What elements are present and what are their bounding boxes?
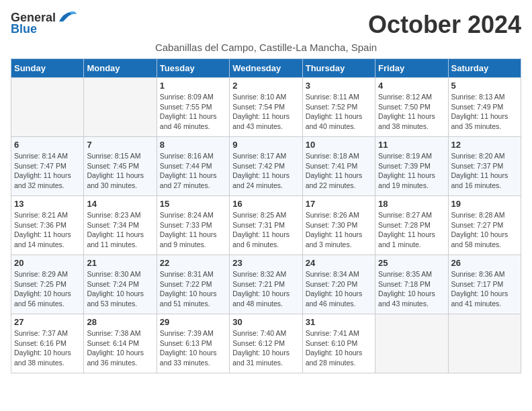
day-number: 6	[14, 140, 81, 150]
calendar-cell: 2Sunrise: 8:10 AMSunset: 7:54 PMDaylight…	[230, 78, 302, 137]
calendar-week-row: 6Sunrise: 8:14 AMSunset: 7:47 PMDaylight…	[11, 137, 521, 196]
calendar-cell: 6Sunrise: 8:14 AMSunset: 7:47 PMDaylight…	[11, 137, 84, 196]
calendar-cell	[84, 78, 157, 137]
day-number: 21	[87, 258, 153, 268]
calendar-cell: 25Sunrise: 8:35 AMSunset: 7:18 PMDayligh…	[375, 255, 448, 314]
calendar-cell: 4Sunrise: 8:12 AMSunset: 7:50 PMDaylight…	[375, 78, 448, 137]
calendar-cell: 11Sunrise: 8:19 AMSunset: 7:39 PMDayligh…	[375, 137, 448, 196]
day-detail: Sunrise: 7:41 AMSunset: 6:10 PMDaylight:…	[306, 328, 372, 368]
day-detail: Sunrise: 8:12 AMSunset: 7:50 PMDaylight:…	[378, 92, 445, 132]
calendar-cell: 14Sunrise: 8:23 AMSunset: 7:34 PMDayligh…	[84, 196, 157, 255]
day-detail: Sunrise: 8:27 AMSunset: 7:28 PMDaylight:…	[378, 210, 445, 250]
day-number: 28	[87, 317, 153, 327]
calendar-cell: 26Sunrise: 8:36 AMSunset: 7:17 PMDayligh…	[448, 255, 521, 314]
calendar-cell: 21Sunrise: 8:30 AMSunset: 7:24 PMDayligh…	[84, 255, 157, 314]
day-detail: Sunrise: 8:18 AMSunset: 7:41 PMDaylight:…	[306, 151, 372, 191]
day-detail: Sunrise: 8:21 AMSunset: 7:36 PMDaylight:…	[14, 210, 81, 250]
day-number: 20	[14, 258, 81, 268]
day-detail: Sunrise: 8:29 AMSunset: 7:25 PMDaylight:…	[14, 269, 81, 309]
day-detail: Sunrise: 8:16 AMSunset: 7:44 PMDaylight:…	[160, 151, 226, 191]
day-number: 22	[160, 258, 226, 268]
day-detail: Sunrise: 8:30 AMSunset: 7:24 PMDaylight:…	[87, 269, 153, 309]
day-number: 24	[306, 258, 372, 268]
day-detail: Sunrise: 8:15 AMSunset: 7:45 PMDaylight:…	[87, 151, 153, 191]
day-number: 29	[160, 317, 226, 327]
weekday-header-monday: Monday	[84, 59, 157, 78]
day-detail: Sunrise: 8:09 AMSunset: 7:55 PMDaylight:…	[160, 92, 226, 132]
day-number: 18	[378, 199, 445, 209]
day-number: 9	[232, 140, 299, 150]
day-detail: Sunrise: 8:26 AMSunset: 7:30 PMDaylight:…	[306, 210, 372, 250]
calendar-cell: 24Sunrise: 8:34 AMSunset: 7:20 PMDayligh…	[302, 255, 375, 314]
day-detail: Sunrise: 8:17 AMSunset: 7:42 PMDaylight:…	[232, 151, 299, 191]
day-number: 19	[451, 199, 518, 209]
calendar-cell: 12Sunrise: 8:20 AMSunset: 7:37 PMDayligh…	[448, 137, 521, 196]
day-number: 23	[232, 258, 299, 268]
day-number: 5	[451, 81, 518, 91]
weekday-header-friday: Friday	[375, 59, 448, 78]
day-detail: Sunrise: 7:37 AMSunset: 6:16 PMDaylight:…	[14, 328, 81, 368]
calendar-cell: 10Sunrise: 8:18 AMSunset: 7:41 PMDayligh…	[302, 137, 375, 196]
day-number: 17	[306, 199, 372, 209]
day-detail: Sunrise: 8:13 AMSunset: 7:49 PMDaylight:…	[451, 92, 518, 132]
calendar-cell: 23Sunrise: 8:32 AMSunset: 7:21 PMDayligh…	[230, 255, 302, 314]
day-number: 4	[378, 81, 445, 91]
day-number: 8	[160, 140, 226, 150]
calendar-cell: 1Sunrise: 8:09 AMSunset: 7:55 PMDaylight…	[157, 78, 229, 137]
calendar-cell: 15Sunrise: 8:24 AMSunset: 7:33 PMDayligh…	[157, 196, 229, 255]
weekday-header-thursday: Thursday	[302, 59, 375, 78]
day-detail: Sunrise: 8:32 AMSunset: 7:21 PMDaylight:…	[232, 269, 299, 309]
calendar-cell: 29Sunrise: 7:39 AMSunset: 6:13 PMDayligh…	[157, 314, 229, 373]
day-number: 11	[378, 140, 445, 150]
calendar-week-row: 27Sunrise: 7:37 AMSunset: 6:16 PMDayligh…	[11, 314, 521, 373]
page-header: General Blue October 2024	[11, 11, 521, 39]
day-number: 30	[232, 317, 299, 327]
weekday-header-wednesday: Wednesday	[230, 59, 302, 78]
calendar-week-row: 13Sunrise: 8:21 AMSunset: 7:36 PMDayligh…	[11, 196, 521, 255]
day-detail: Sunrise: 8:34 AMSunset: 7:20 PMDaylight:…	[306, 269, 372, 309]
day-detail: Sunrise: 8:35 AMSunset: 7:18 PMDaylight:…	[378, 269, 445, 309]
day-detail: Sunrise: 8:19 AMSunset: 7:39 PMDaylight:…	[378, 151, 445, 191]
day-detail: Sunrise: 8:28 AMSunset: 7:27 PMDaylight:…	[451, 210, 518, 250]
calendar-cell: 28Sunrise: 7:38 AMSunset: 6:14 PMDayligh…	[84, 314, 157, 373]
day-detail: Sunrise: 7:40 AMSunset: 6:12 PMDaylight:…	[232, 328, 299, 368]
weekday-header-tuesday: Tuesday	[157, 59, 229, 78]
day-number: 15	[160, 199, 226, 209]
logo-bird-icon	[58, 9, 78, 24]
weekday-header-saturday: Saturday	[448, 59, 521, 78]
day-detail: Sunrise: 8:10 AMSunset: 7:54 PMDaylight:…	[232, 92, 299, 132]
day-number: 14	[87, 199, 153, 209]
month-title: October 2024	[368, 11, 521, 39]
weekday-header-row: SundayMondayTuesdayWednesdayThursdayFrid…	[11, 59, 521, 78]
calendar-cell: 7Sunrise: 8:15 AMSunset: 7:45 PMDaylight…	[84, 137, 157, 196]
calendar-cell: 8Sunrise: 8:16 AMSunset: 7:44 PMDaylight…	[157, 137, 229, 196]
day-number: 7	[87, 140, 153, 150]
calendar-cell: 30Sunrise: 7:40 AMSunset: 6:12 PMDayligh…	[230, 314, 302, 373]
day-number: 27	[14, 317, 81, 327]
calendar-cell: 31Sunrise: 7:41 AMSunset: 6:10 PMDayligh…	[302, 314, 375, 373]
day-number: 26	[451, 258, 518, 268]
calendar-cell: 16Sunrise: 8:25 AMSunset: 7:31 PMDayligh…	[230, 196, 302, 255]
day-number: 16	[232, 199, 299, 209]
logo: General Blue	[11, 11, 78, 36]
day-number: 10	[306, 140, 372, 150]
day-detail: Sunrise: 8:11 AMSunset: 7:52 PMDaylight:…	[306, 92, 372, 132]
day-number: 3	[306, 81, 372, 91]
calendar-cell: 9Sunrise: 8:17 AMSunset: 7:42 PMDaylight…	[230, 137, 302, 196]
day-number: 25	[378, 258, 445, 268]
day-number: 2	[232, 81, 299, 91]
day-detail: Sunrise: 8:36 AMSunset: 7:17 PMDaylight:…	[451, 269, 518, 309]
calendar-cell	[448, 314, 521, 373]
weekday-header-sunday: Sunday	[11, 59, 84, 78]
calendar-cell: 18Sunrise: 8:27 AMSunset: 7:28 PMDayligh…	[375, 196, 448, 255]
calendar-cell	[375, 314, 448, 373]
calendar-cell: 3Sunrise: 8:11 AMSunset: 7:52 PMDaylight…	[302, 78, 375, 137]
day-number: 31	[306, 317, 372, 327]
calendar-cell: 17Sunrise: 8:26 AMSunset: 7:30 PMDayligh…	[302, 196, 375, 255]
calendar-table: SundayMondayTuesdayWednesdayThursdayFrid…	[11, 58, 521, 373]
calendar-cell: 13Sunrise: 8:21 AMSunset: 7:36 PMDayligh…	[11, 196, 84, 255]
day-detail: Sunrise: 7:38 AMSunset: 6:14 PMDaylight:…	[87, 328, 153, 368]
day-detail: Sunrise: 8:14 AMSunset: 7:47 PMDaylight:…	[14, 151, 81, 191]
day-detail: Sunrise: 8:25 AMSunset: 7:31 PMDaylight:…	[232, 210, 299, 250]
calendar-cell: 22Sunrise: 8:31 AMSunset: 7:22 PMDayligh…	[157, 255, 229, 314]
